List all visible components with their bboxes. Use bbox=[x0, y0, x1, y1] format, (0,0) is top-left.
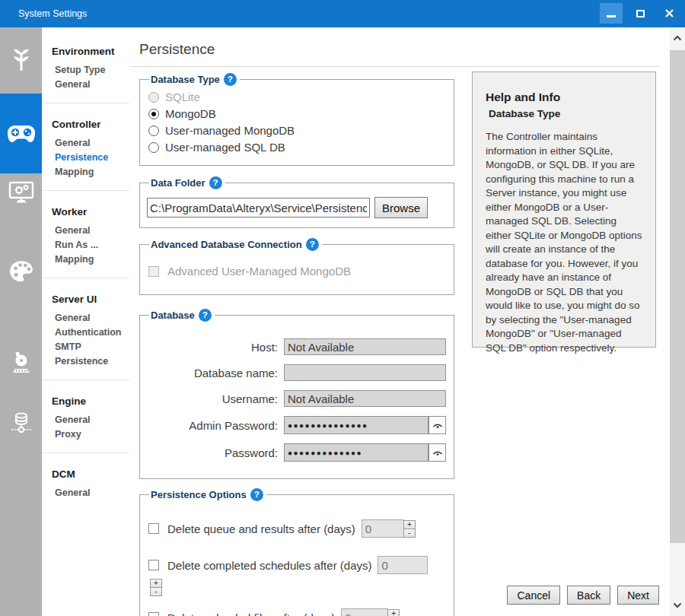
database-name-field bbox=[284, 364, 446, 381]
radio-button-icon bbox=[148, 142, 159, 153]
nav-group-title: Environment bbox=[52, 46, 129, 57]
sidebar-item-server-ui-general[interactable]: General bbox=[55, 313, 129, 323]
sidebar-item-engine-general[interactable]: General bbox=[55, 414, 129, 425]
sidebar-item-server-ui-authentication[interactable]: Authentication bbox=[55, 327, 129, 338]
reveal-password-icon bbox=[432, 449, 444, 457]
delete-queue-label: Delete queue and results after (days) bbox=[167, 522, 355, 535]
sidebar-item-server-ui-smtp[interactable]: SMTP bbox=[55, 341, 129, 352]
radio-user-managed-sql-db[interactable]: User-managed SQL DB bbox=[148, 141, 447, 154]
sidebar-item-controller-persistence[interactable]: Persistence bbox=[55, 152, 129, 163]
data-folder-group: Data Folder Browse bbox=[139, 176, 454, 228]
spin-down-button[interactable] bbox=[150, 587, 162, 596]
sidebar-item-worker-general[interactable]: General bbox=[55, 225, 129, 236]
next-button[interactable]: Next bbox=[617, 586, 659, 605]
help-icon-database-type[interactable] bbox=[224, 73, 237, 86]
help-icon-database[interactable] bbox=[199, 309, 212, 322]
nav-group-title: Worker bbox=[52, 206, 129, 218]
radio-button-icon bbox=[148, 109, 159, 119]
database-type-group: Database Type SQLite MongoDB User-manage… bbox=[139, 73, 454, 166]
radio-sqlite: SQLite bbox=[148, 90, 447, 103]
admin-password-field[interactable] bbox=[284, 416, 429, 434]
nav-group-title: Controller bbox=[52, 119, 129, 130]
password-label: Password: bbox=[147, 446, 278, 459]
database-network-icon bbox=[8, 411, 34, 437]
help-icon-persistence-options[interactable] bbox=[250, 488, 263, 501]
sidebar-item-dcm-general[interactable]: General bbox=[55, 487, 129, 498]
password-reveal-button[interactable] bbox=[429, 443, 446, 462]
scroll-down-button[interactable] bbox=[670, 598, 685, 613]
reveal-password-icon bbox=[432, 421, 444, 430]
data-folder-input[interactable] bbox=[147, 198, 370, 218]
spin-down-button[interactable] bbox=[403, 529, 416, 538]
nav-group-server-ui: Server UI General Authentication SMTP Pe… bbox=[42, 286, 129, 380]
sidebar-item-engine-proxy[interactable]: Proxy bbox=[55, 429, 129, 440]
username-field bbox=[284, 390, 446, 407]
rail-item-environment[interactable] bbox=[0, 43, 42, 78]
nav-group-engine: Engine General Proxy bbox=[42, 388, 129, 453]
advanced-mongodb-checkbox-row: Advanced User-Managed MongoDB bbox=[148, 265, 447, 278]
admin-password-reveal-button[interactable] bbox=[429, 416, 446, 434]
maximize-button[interactable] bbox=[629, 3, 652, 24]
sidebar-item-controller-mapping[interactable]: Mapping bbox=[55, 167, 129, 177]
persistence-options-group: Persistence Options Delete queue and res… bbox=[139, 488, 454, 616]
database-name-label: Database name: bbox=[147, 367, 278, 379]
chevron-up-icon bbox=[673, 35, 682, 41]
radio-button-icon bbox=[148, 92, 159, 103]
data-folder-legend: Data Folder bbox=[151, 177, 206, 189]
delete-uploads-checkbox[interactable] bbox=[148, 612, 159, 616]
radio-user-managed-mongodb[interactable]: User-managed MongoDB bbox=[148, 124, 447, 137]
nav-group-title: Server UI bbox=[52, 294, 129, 305]
advanced-mongodb-checkbox-label: Advanced User-Managed MongoDB bbox=[167, 265, 351, 278]
advanced-connection-group: Advanced Database Connection Advanced Us… bbox=[139, 238, 454, 295]
sidebar-item-server-ui-persistence[interactable]: Persistence bbox=[55, 356, 129, 367]
radio-mongodb[interactable]: MongoDB bbox=[148, 107, 447, 120]
nav-group-controller: Controller General Persistence Mapping bbox=[42, 111, 129, 191]
rail-item-controller[interactable] bbox=[0, 94, 42, 173]
vertical-scrollbar[interactable] bbox=[670, 27, 685, 616]
radio-user-managed-mongodb-label: User-managed MongoDB bbox=[165, 124, 295, 137]
help-panel: Help and Info Database Type The Controll… bbox=[472, 71, 656, 348]
delete-queue-days-input[interactable] bbox=[362, 519, 404, 538]
minimize-button[interactable] bbox=[600, 3, 623, 24]
rail-item-server-ui[interactable] bbox=[0, 256, 42, 287]
delete-schedules-checkbox[interactable] bbox=[148, 560, 159, 570]
checkbox-icon bbox=[148, 266, 159, 277]
help-panel-subtitle: Database Type bbox=[489, 108, 644, 119]
database-group: Database Host: Database name: Username: … bbox=[139, 309, 454, 479]
help-panel-body: The Controller maintains information in … bbox=[486, 130, 644, 355]
back-button[interactable]: Back bbox=[567, 586, 610, 605]
rail-item-engine[interactable] bbox=[0, 347, 42, 379]
minimize-icon bbox=[607, 15, 616, 17]
rail-item-worker[interactable] bbox=[0, 176, 42, 208]
username-label: Username: bbox=[147, 392, 278, 405]
rail-item-dcm[interactable] bbox=[0, 408, 42, 440]
delete-uploads-days-input[interactable] bbox=[341, 608, 388, 616]
seedling-icon bbox=[8, 46, 34, 74]
browse-button[interactable]: Browse bbox=[374, 197, 428, 218]
delete-schedules-days-input[interactable] bbox=[378, 556, 428, 574]
sidebar-item-controller-general[interactable]: General bbox=[55, 138, 129, 148]
sidebar-item-worker-mapping[interactable]: Mapping bbox=[55, 254, 129, 265]
spin-up-button[interactable] bbox=[387, 609, 400, 616]
radio-sqlite-label: SQLite bbox=[165, 90, 200, 103]
help-panel-title: Help and Info bbox=[486, 90, 644, 104]
help-icon-advanced-connection[interactable] bbox=[306, 238, 319, 251]
gamepad-icon bbox=[7, 124, 36, 144]
delete-uploads-days-spinner bbox=[387, 609, 400, 616]
delete-queue-checkbox[interactable] bbox=[148, 523, 159, 534]
sidebar-item-environment-general[interactable]: General bbox=[55, 79, 129, 90]
nav-group-title: DCM bbox=[52, 468, 129, 480]
close-button[interactable] bbox=[658, 3, 680, 24]
password-field[interactable] bbox=[284, 443, 429, 462]
sidebar-item-worker-run-as[interactable]: Run As ... bbox=[55, 240, 129, 250]
help-icon-data-folder[interactable] bbox=[209, 176, 222, 189]
host-label: Host: bbox=[147, 341, 278, 354]
sidebar-item-environment-setup-type[interactable]: Setup Type bbox=[55, 65, 129, 75]
delete-schedules-days-spinner bbox=[150, 579, 162, 596]
scroll-up-button[interactable] bbox=[670, 30, 685, 46]
monitor-gears-icon bbox=[8, 180, 35, 205]
scrollbar-thumb[interactable] bbox=[670, 50, 685, 543]
title-divider bbox=[130, 66, 659, 67]
wizard-footer: Cancel Back Next bbox=[507, 586, 659, 605]
cancel-button[interactable]: Cancel bbox=[507, 586, 560, 605]
